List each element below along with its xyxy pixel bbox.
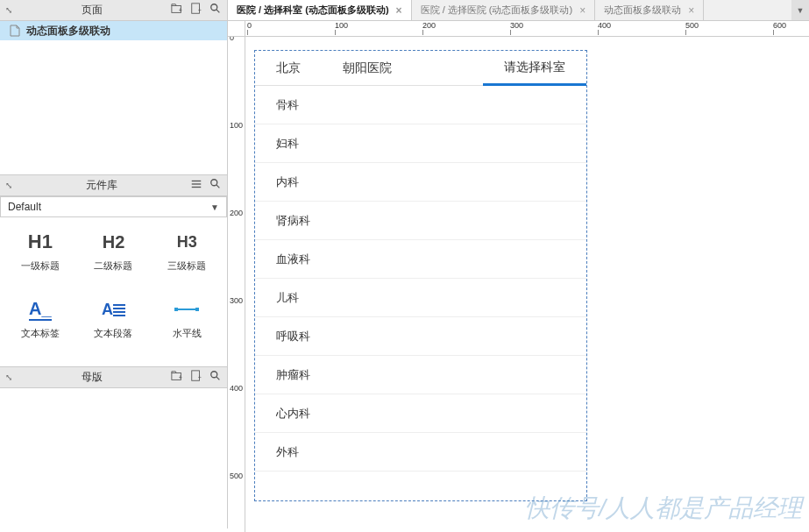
svg-text:+: + <box>179 374 182 380</box>
text-paragraph-icon: A <box>102 297 125 322</box>
text-label-icon: A_ <box>29 297 52 322</box>
svg-line-23 <box>216 377 220 380</box>
svg-rect-17 <box>195 308 199 311</box>
masters-panel-header: ⤡ 母版 + + <box>0 367 227 388</box>
breadcrumb-tab-department[interactable]: 请选择科室 <box>483 51 586 86</box>
chevron-down-icon: ▼ <box>210 202 219 212</box>
svg-rect-15 <box>174 308 178 311</box>
list-item[interactable]: 心内科 <box>255 394 586 433</box>
add-master-icon[interactable]: + <box>190 370 202 385</box>
library-panel: ⤡ 元件库 Default ▼ H1 一级标题 H2 二级标题 H3 三级标题 <box>0 174 228 366</box>
widget-label: 水平线 <box>173 327 202 340</box>
dynamic-panel[interactable]: 北京 朝阳医院 请选择科室 骨科妇科内科肾病科血液科儿科呼吸科肿瘤科心内科外科 <box>254 50 587 501</box>
search-icon[interactable] <box>209 370 222 385</box>
department-list: 骨科妇科内科肾病科血液科儿科呼吸科肿瘤科心内科外科 <box>255 86 586 472</box>
document-tab[interactable]: 医院 / 选择医院 (动态面板多级联动) × <box>412 0 596 20</box>
close-icon[interactable]: × <box>579 4 585 17</box>
breadcrumb-tab-city[interactable]: 北京 <box>255 51 322 85</box>
widget-horizontal-line[interactable]: 水平线 <box>152 294 222 358</box>
dropdown-value: Default <box>8 201 41 213</box>
page-icon <box>9 25 21 37</box>
document-tab[interactable]: 医院 / 选择科室 (动态面板多级联动) × <box>228 0 412 20</box>
search-icon[interactable] <box>209 3 222 18</box>
svg-line-5 <box>216 10 220 13</box>
widget-h3[interactable]: H3 三级标题 <box>152 226 222 290</box>
design-canvas[interactable]: 北京 朝阳医院 请选择科室 骨科妇科内科肾病科血液科儿科呼吸科肿瘤科心内科外科 <box>245 37 809 532</box>
ruler-vertical[interactable]: 0100200300400500 <box>228 37 245 532</box>
list-item[interactable]: 肾病科 <box>255 202 586 240</box>
list-item[interactable]: 儿科 <box>255 279 586 317</box>
h3-icon: H3 <box>177 230 197 254</box>
pages-panel-title: 页面 <box>12 3 171 18</box>
add-folder-icon[interactable]: + <box>171 370 183 385</box>
library-panel-header: ⤡ 元件库 <box>0 175 227 196</box>
collapse-icon[interactable]: ⤡ <box>5 5 12 15</box>
add-folder-icon[interactable]: + <box>171 3 183 18</box>
svg-text:+: + <box>179 7 182 13</box>
list-item[interactable]: 内科 <box>255 163 586 202</box>
list-item[interactable]: 呼吸科 <box>255 317 586 356</box>
list-item[interactable]: 骨科 <box>255 86 586 124</box>
list-item[interactable]: 血液科 <box>255 240 586 279</box>
search-icon[interactable] <box>209 178 222 193</box>
list-item[interactable]: 肿瘤科 <box>255 356 586 394</box>
tab-label: 动态面板多级联动 <box>604 4 681 17</box>
masters-panel-title: 母版 <box>12 370 171 385</box>
tab-label: 医院 / 选择科室 (动态面板多级联动) <box>237 4 389 17</box>
document-tab[interactable]: 动态面板多级联动 × <box>595 0 704 20</box>
svg-point-9 <box>211 180 217 186</box>
workspace: 0100200300400500600 0100200300400500 北京 … <box>228 21 809 532</box>
widget-label: 文本段落 <box>94 327 132 340</box>
svg-text:+: + <box>198 374 202 380</box>
collapse-icon[interactable]: ⤡ <box>5 181 12 190</box>
widget-label: 文本标签 <box>21 327 60 340</box>
horizontal-line-icon <box>174 297 199 322</box>
library-panel-title: 元件库 <box>12 178 190 193</box>
list-item[interactable]: 外科 <box>255 433 586 472</box>
widget-h2[interactable]: H2 二级标题 <box>79 226 149 290</box>
widget-text-paragraph[interactable]: A 文本段落 <box>79 294 149 358</box>
canvas-area: 医院 / 选择科室 (动态面板多级联动) × 医院 / 选择医院 (动态面板多级… <box>228 0 809 532</box>
ruler-corner <box>228 21 245 37</box>
h2-icon: H2 <box>103 230 125 254</box>
menu-icon[interactable] <box>190 178 202 193</box>
widgets-grid: H1 一级标题 H2 二级标题 H3 三级标题 A_ 文本标签 A 文本段落 水… <box>0 217 227 366</box>
pages-panel-header: ⤡ 页面 + + <box>0 0 227 21</box>
list-item[interactable]: 妇科 <box>255 124 586 163</box>
h1-icon: H1 <box>28 230 53 254</box>
pages-tree: 动态面板多级联动 <box>0 21 227 174</box>
widget-text-label[interactable]: A_ 文本标签 <box>5 294 75 358</box>
svg-point-4 <box>211 4 217 11</box>
page-tree-item[interactable]: 动态面板多级联动 <box>0 21 227 40</box>
widget-h1[interactable]: H1 一级标题 <box>5 226 75 290</box>
ruler-horizontal[interactable]: 0100200300400500600 <box>245 21 809 37</box>
widget-label: 二级标题 <box>94 259 132 273</box>
breadcrumb-tab-hospital[interactable]: 朝阳医院 <box>322 51 413 85</box>
pages-panel: ⤡ 页面 + + 动态面板多级联动 <box>0 0 228 174</box>
document-tabs: 医院 / 选择科室 (动态面板多级联动) × 医院 / 选择医院 (动态面板多级… <box>228 0 809 21</box>
collapse-icon[interactable]: ⤡ <box>5 372 12 382</box>
svg-point-22 <box>211 372 217 378</box>
svg-line-10 <box>216 185 220 188</box>
breadcrumb-tabs: 北京 朝阳医院 请选择科室 <box>255 51 586 86</box>
close-icon[interactable]: × <box>688 4 694 17</box>
close-icon[interactable]: × <box>396 4 402 17</box>
masters-tree <box>0 388 227 528</box>
library-dropdown[interactable]: Default ▼ <box>0 196 227 217</box>
masters-panel: ⤡ 母版 + + <box>0 366 228 528</box>
widget-label: 一级标题 <box>21 259 60 273</box>
widget-label: 三级标题 <box>167 259 206 273</box>
page-tree-item-label: 动态面板多级联动 <box>26 24 110 39</box>
tabs-overflow-button[interactable]: ▼ <box>791 0 809 20</box>
add-page-icon[interactable]: + <box>190 3 202 18</box>
svg-text:+: + <box>198 7 202 13</box>
tab-label: 医院 / 选择医院 (动态面板多级联动) <box>421 4 573 17</box>
